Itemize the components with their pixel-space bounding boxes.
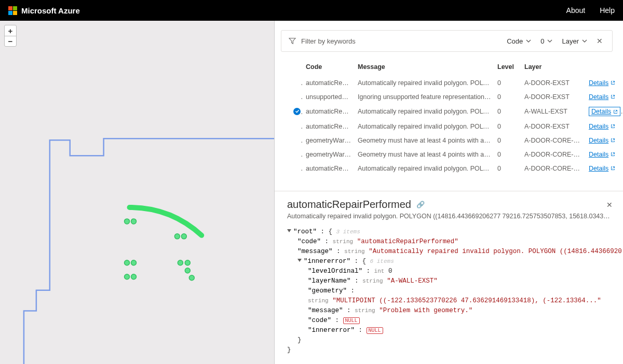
cell-level: 0 <box>494 119 521 133</box>
table-row[interactable]: automaticRepair...Automatically repaired… <box>290 119 623 133</box>
svg-point-9 <box>185 260 190 265</box>
filter-level-dropdown[interactable]: 0 <box>538 37 554 45</box>
details-link[interactable]: Details <box>589 165 615 172</box>
col-message[interactable]: Message <box>355 58 494 76</box>
svg-point-4 <box>125 260 130 265</box>
cell-layer: A-WALL-EXST <box>521 104 586 119</box>
details-link[interactable]: Details <box>589 93 615 101</box>
detail-title: automaticRepairPerformed <box>287 199 411 211</box>
cell-message: Automatically repaired invalid polygon. … <box>355 161 494 175</box>
selected-indicator-icon <box>293 108 301 115</box>
cell-message: Automatically repaired invalid polygon. … <box>355 119 494 133</box>
table-row[interactable]: unsupportedFeat...Ignoring unsupported f… <box>290 90 623 104</box>
polygon-outline <box>24 138 274 364</box>
col-level[interactable]: Level <box>494 58 521 76</box>
close-detail-button[interactable]: ✕ <box>606 201 613 209</box>
cell-level: 0 <box>494 90 521 104</box>
results-table-wrap: Code Message Level Layer automaticRepair… <box>275 58 623 175</box>
filter-code-dropdown[interactable]: Code <box>505 37 533 45</box>
map-canvas <box>0 21 274 364</box>
filter-layer-dropdown[interactable]: Layer <box>560 37 589 45</box>
table-row[interactable]: geometryWarningGeometry must have at lea… <box>290 147 623 161</box>
details-link[interactable]: Details <box>589 107 620 116</box>
results-pane: Filter by keywords Code 0 Layer ✕ <box>275 21 623 364</box>
brand-logo: Microsoft Azure <box>8 6 80 15</box>
cell-layer: A-DOOR-CORE-EXST <box>521 133 586 147</box>
svg-point-6 <box>125 274 130 279</box>
svg-point-11 <box>189 275 194 281</box>
clear-filters-button[interactable]: ✕ <box>594 37 605 45</box>
cell-level: 0 <box>494 133 521 147</box>
cell-layer: A-DOOR-EXST <box>521 90 586 104</box>
cell-code: automaticRepair... <box>303 161 355 175</box>
filter-bar: Filter by keywords Code 0 Layer ✕ <box>281 30 613 52</box>
svg-point-7 <box>131 274 137 279</box>
table-row[interactable]: automaticRepair...Automatically repaired… <box>290 161 623 175</box>
svg-point-3 <box>181 234 186 239</box>
repaired-geometry-arc <box>130 207 202 235</box>
brand-name: Microsoft Azure <box>21 6 80 15</box>
filter-input[interactable]: Filter by keywords <box>301 37 499 45</box>
filter-icon <box>289 37 296 45</box>
details-link[interactable]: Details <box>589 137 615 144</box>
caret-down-icon[interactable] <box>287 229 291 232</box>
chevron-down-icon <box>582 38 587 44</box>
cell-level: 0 <box>494 76 521 90</box>
app-header: Microsoft Azure About Help <box>0 0 623 21</box>
details-link[interactable]: Details <box>589 151 615 158</box>
nav-about[interactable]: About <box>566 6 586 15</box>
cell-level: 0 <box>494 147 521 161</box>
detail-subtitle: Automatically repaired invalid polygon. … <box>287 213 613 220</box>
cell-message: Geometry must have at least 4 points wit… <box>355 147 494 161</box>
cell-code: geometryWarning <box>303 147 355 161</box>
cell-layer: A-DOOR-CORE-EXST <box>521 147 586 161</box>
col-code[interactable]: Code <box>303 58 355 76</box>
map-view[interactable]: + − <box>0 21 275 364</box>
svg-point-1 <box>131 219 137 224</box>
chevron-down-icon <box>526 38 531 44</box>
cell-code: automaticRepair... <box>303 76 355 90</box>
cell-level: 0 <box>494 104 521 119</box>
cell-layer: A-DOOR-EXST <box>521 76 586 90</box>
cell-code: automaticRepair... <box>303 119 355 133</box>
cell-message: Automatically repaired invalid polygon. … <box>355 104 494 119</box>
caret-down-icon[interactable] <box>297 259 302 262</box>
geometry-points <box>125 219 195 281</box>
microsoft-logo-icon <box>8 6 17 15</box>
cell-code: automaticRepair... <box>303 104 355 119</box>
cell-message: Ignoring unsupported feature representat… <box>355 90 494 104</box>
svg-point-2 <box>174 234 180 239</box>
cell-level: 0 <box>494 161 521 175</box>
col-layer[interactable]: Layer <box>521 58 586 76</box>
chevron-down-icon <box>547 38 552 44</box>
details-link[interactable]: Details <box>589 123 615 130</box>
cell-code: unsupportedFeat... <box>303 90 355 104</box>
details-link[interactable]: Details <box>589 79 615 87</box>
svg-point-8 <box>178 260 183 265</box>
table-row[interactable]: automaticRepair...Automatically repaired… <box>290 104 623 119</box>
detail-panel: automaticRepairPerformed 🔗 ✕ Automatical… <box>275 191 623 360</box>
svg-point-10 <box>185 268 190 273</box>
table-row[interactable]: geometryWarningGeometry must have at lea… <box>290 133 623 147</box>
cell-message: Geometry must have at least 4 points wit… <box>355 133 494 147</box>
results-table: Code Message Level Layer automaticRepair… <box>290 58 623 175</box>
permalink-icon[interactable]: 🔗 <box>416 201 425 208</box>
nav-help[interactable]: Help <box>600 6 615 15</box>
svg-point-0 <box>125 219 130 224</box>
json-tree: "root" : { 3 items "code" : string "auto… <box>287 227 613 355</box>
cell-layer: A-DOOR-CORE-EXST <box>521 161 586 175</box>
cell-code: geometryWarning <box>303 133 355 147</box>
svg-point-5 <box>131 260 137 265</box>
cell-message: Automatically repaired invalid polygon. … <box>355 76 494 90</box>
table-row[interactable]: automaticRepair...Automatically repaired… <box>290 76 623 90</box>
cell-layer: A-DOOR-EXST <box>521 119 586 133</box>
